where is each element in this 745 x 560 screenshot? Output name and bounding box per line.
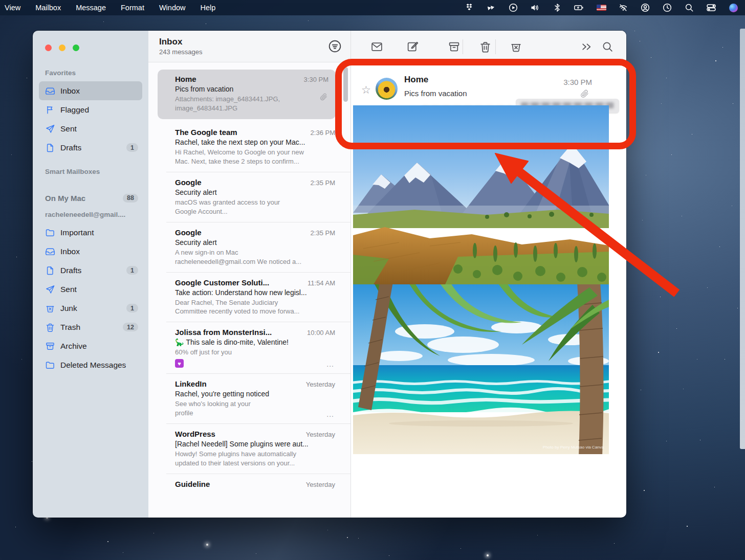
message-sender: Guideline (175, 480, 302, 488)
toolbar-separator (463, 39, 463, 54)
battery-charging-icon[interactable] (574, 3, 584, 13)
sidebar-item-junk[interactable]: Junk 1 (39, 299, 142, 318)
star-icon[interactable]: ☆ (361, 84, 371, 96)
menu-mailbox[interactable]: Mailbox (35, 4, 61, 12)
message-row-google-2[interactable]: Google2:35 PM Security alert A new sign-… (148, 222, 350, 272)
close-button[interactable] (45, 44, 52, 51)
sidebar-item-trash[interactable]: Trash 12 (39, 318, 142, 337)
message-time: Yesterday (306, 380, 335, 388)
zoom-button[interactable] (73, 44, 79, 51)
menu-view[interactable]: View (5, 4, 20, 12)
sidebar-item-deleted-messages[interactable]: Deleted Messages (39, 355, 142, 374)
compose-icon[interactable] (406, 40, 419, 53)
status-icons (464, 3, 745, 13)
message-sender: Home (175, 75, 300, 83)
message-snippet: Dear Rachel, The Senate Judiciary Commit… (175, 298, 335, 317)
sidebar-item-label: Junk (60, 304, 121, 313)
sidebar-item-flagged[interactable]: Flagged (39, 100, 142, 119)
on-my-mac-count-badge: 88 (123, 194, 138, 203)
message-snippet: Attachments: image_6483441.JPG, image_64… (175, 95, 328, 113)
account-icon[interactable] (640, 3, 650, 13)
message-row-guideline[interactable]: GuidelineYesterday (148, 474, 350, 494)
sidebar-item-inbox[interactable]: Inbox (39, 81, 142, 100)
message-row-google-customer[interactable]: Google Customer Soluti...11:54 AM Take a… (148, 273, 350, 322)
sidebar-item-drafts[interactable]: Drafts 1 (39, 138, 142, 157)
message-snippet: See who's looking at your profile (175, 399, 335, 418)
message-time: 2:36 PM (311, 129, 335, 137)
sidebar-item-on-my-mac[interactable]: On My Mac 88 (45, 191, 138, 205)
menu-message[interactable]: Message (76, 4, 106, 12)
message-count: 243 messages (159, 48, 350, 56)
archive-icon (45, 341, 55, 351)
message-subject: Security alert (175, 188, 335, 196)
photo-credit: Photo by Perry Mutsao via Canva (543, 445, 604, 450)
search-toolbar-icon[interactable] (601, 40, 614, 53)
message-row-google-team[interactable]: The Google team2:36 PM Rachel, take the … (148, 122, 350, 172)
mailbox-title: Inbox (159, 37, 350, 47)
toolbar (351, 31, 626, 62)
message-list-body: Home3:30 PM Pics from vacation Attachmen… (148, 63, 350, 518)
message-sender: WordPress (175, 430, 302, 438)
sidebar-item-important[interactable]: Important (39, 223, 142, 242)
filter-button[interactable] (328, 39, 342, 53)
message-time: Yesterday (306, 481, 335, 488)
clock-icon[interactable] (662, 3, 672, 13)
menu-format[interactable]: Format (121, 4, 144, 12)
bluetooth-icon[interactable] (552, 3, 562, 13)
message-row-google-1[interactable]: Google2:35 PM Security alert macOS was g… (148, 172, 350, 222)
sidebar-item-sent[interactable]: Sent (39, 119, 142, 138)
spark-icon[interactable] (486, 3, 496, 13)
email-time: 3:30 PM (563, 78, 592, 86)
message-row-jolissa[interactable]: Jolissa from MonsterInsi...10:00 AM 🦕Thi… (148, 322, 350, 373)
more-toolbar-icon[interactable] (580, 40, 593, 53)
message-time: Yesterday (306, 431, 335, 438)
play-icon[interactable] (508, 3, 518, 13)
control-center-icon[interactable] (706, 3, 716, 13)
get-mail-icon[interactable] (370, 40, 383, 53)
send-icon (45, 284, 55, 295)
message-time: 10:00 AM (307, 329, 335, 337)
sidebar-item-account-inbox[interactable]: Inbox (39, 242, 142, 261)
sidebar-item-label: Flagged (60, 105, 138, 115)
trash-count-badge: 12 (123, 323, 138, 331)
attachment-icon (580, 89, 589, 100)
background-window-edge (740, 29, 745, 449)
message-row-linkedin[interactable]: LinkedInYesterday Rachel, you're getting… (148, 374, 350, 423)
junk-icon[interactable] (510, 40, 522, 53)
junk-icon (45, 303, 55, 313)
message-sender: Google (175, 178, 306, 187)
list-scrollbar[interactable] (343, 67, 348, 102)
heart-emoji: ♥ (175, 359, 184, 368)
sidebar-item-label: On My Mac (45, 194, 85, 203)
delete-icon[interactable] (479, 40, 492, 53)
menu-help[interactable]: Help (200, 4, 215, 12)
message-snippet: Howdy! Some plugins have automatically u… (175, 450, 335, 468)
search-icon[interactable] (684, 3, 694, 13)
volume-icon[interactable] (530, 3, 540, 13)
menu-window[interactable]: Window (159, 4, 186, 12)
sidebar-item-label: Drafts (60, 143, 121, 152)
siri-icon[interactable] (728, 3, 738, 13)
dropbox-icon[interactable] (464, 3, 474, 13)
menu-bar: View Mailbox Message Format Window Help (0, 0, 745, 15)
message-row-home[interactable]: Home3:30 PM Pics from vacation Attachmen… (158, 70, 336, 119)
toolbar-separator (495, 39, 496, 54)
attachment-image-mountains[interactable] (353, 105, 609, 284)
sidebar-item-label: Trash (60, 323, 118, 332)
keyboard-us-flag-icon[interactable] (596, 3, 606, 13)
message-snippet: macOS was granted access to your Google … (175, 198, 335, 216)
send-icon (45, 124, 55, 134)
message-subject: This sale is dino-mite, Valentine! (186, 338, 289, 346)
sidebar-item-account-sent[interactable]: Sent (39, 280, 142, 299)
message-list: Inbox 243 messages Home3:30 PM Pics from… (148, 31, 351, 518)
sidebar-item-account-drafts[interactable]: Drafts 1 (39, 261, 142, 280)
sidebar-item-archive[interactable]: Archive (39, 337, 142, 355)
attachment-icon (320, 93, 327, 102)
message-row-wordpress[interactable]: WordPressYesterday [Rachel Needell] Some… (148, 424, 350, 474)
minimize-button[interactable] (59, 44, 65, 51)
attachment-image-beach[interactable] (353, 284, 609, 454)
archive-icon[interactable] (448, 40, 461, 53)
sidebar-item-label: Drafts (60, 266, 121, 275)
wifi-off-icon[interactable] (618, 3, 628, 13)
email-sender: Home (404, 75, 428, 85)
